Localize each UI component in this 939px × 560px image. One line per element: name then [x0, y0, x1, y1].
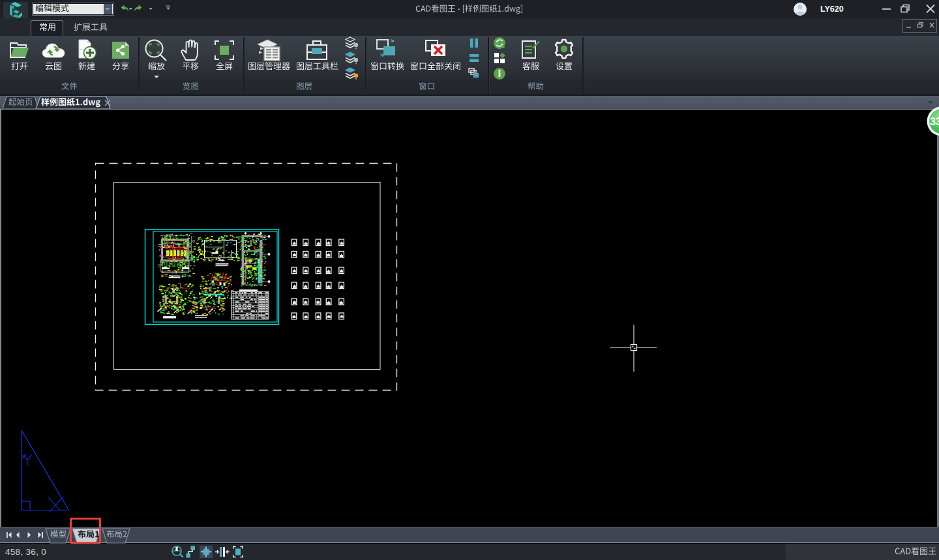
svg-text:33: 33: [930, 116, 939, 127]
